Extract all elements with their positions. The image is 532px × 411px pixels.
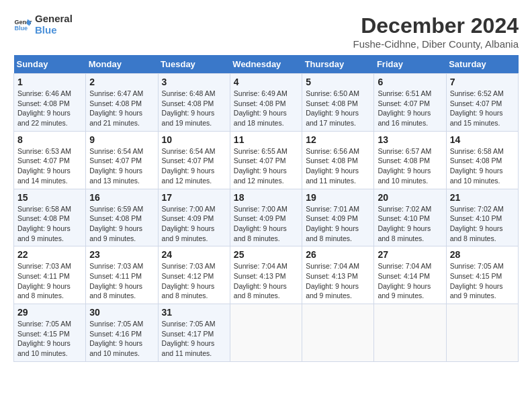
calendar-cell: 28 Sunrise: 7:05 AMSunset: 4:15 PMDaylig…	[446, 246, 518, 304]
day-info: Sunrise: 7:02 AMSunset: 4:10 PMDaylight:…	[450, 205, 504, 242]
day-info: Sunrise: 7:03 AMSunset: 4:11 PMDaylight:…	[89, 262, 143, 300]
day-info: Sunrise: 6:46 AMSunset: 4:08 PMDaylight:…	[17, 89, 71, 127]
day-info: Sunrise: 6:51 AMSunset: 4:07 PMDaylight:…	[378, 89, 431, 127]
calendar-cell: 11 Sunrise: 6:55 AMSunset: 4:07 PMDaylig…	[230, 131, 302, 189]
calendar-cell: 6 Sunrise: 6:51 AMSunset: 4:07 PMDayligh…	[374, 74, 446, 132]
day-info: Sunrise: 6:48 AMSunset: 4:08 PMDaylight:…	[162, 89, 216, 127]
day-number: 1	[17, 77, 82, 87]
day-info: Sunrise: 7:04 AMSunset: 4:13 PMDaylight:…	[234, 262, 287, 300]
calendar-cell: 19 Sunrise: 7:01 AMSunset: 4:09 PMDaylig…	[302, 189, 374, 246]
calendar-cell: 4 Sunrise: 6:49 AMSunset: 4:08 PMDayligh…	[230, 74, 302, 132]
header-thursday: Thursday	[302, 55, 374, 74]
day-info: Sunrise: 6:57 AMSunset: 4:08 PMDaylight:…	[378, 147, 431, 185]
day-info: Sunrise: 6:47 AMSunset: 4:08 PMDaylight:…	[89, 89, 143, 127]
day-number: 25	[234, 249, 298, 260]
day-number: 13	[378, 134, 442, 145]
calendar-cell: 20 Sunrise: 7:02 AMSunset: 4:10 PMDaylig…	[374, 189, 446, 246]
calendar-cell: 12 Sunrise: 6:56 AMSunset: 4:08 PMDaylig…	[302, 131, 374, 189]
day-number: 6	[378, 77, 442, 87]
logo-blue: Blue	[35, 25, 73, 36]
logo-general: General	[35, 13, 73, 25]
day-info: Sunrise: 6:52 AMSunset: 4:07 PMDaylight:…	[450, 89, 504, 127]
day-info: Sunrise: 6:56 AMSunset: 4:08 PMDaylight:…	[306, 147, 359, 185]
calendar-cell: 18 Sunrise: 7:00 AMSunset: 4:09 PMDaylig…	[230, 189, 302, 246]
calendar-cell	[446, 304, 518, 362]
day-info: Sunrise: 7:05 AMSunset: 4:15 PMDaylight:…	[450, 262, 504, 300]
week-row-1: 1 Sunrise: 6:46 AMSunset: 4:08 PMDayligh…	[14, 74, 519, 132]
day-number: 20	[378, 192, 442, 203]
header-wednesday: Wednesday	[230, 55, 302, 74]
day-number: 14	[450, 134, 515, 145]
day-info: Sunrise: 7:04 AMSunset: 4:14 PMDaylight:…	[378, 262, 431, 300]
day-info: Sunrise: 6:59 AMSunset: 4:08 PMDaylight:…	[89, 205, 143, 242]
calendar-header-row: SundayMondayTuesdayWednesdayThursdayFrid…	[14, 55, 519, 74]
calendar-cell: 2 Sunrise: 6:47 AMSunset: 4:08 PMDayligh…	[86, 74, 158, 132]
day-number: 12	[306, 134, 370, 145]
day-info: Sunrise: 7:01 AMSunset: 4:09 PMDaylight:…	[306, 205, 359, 242]
day-number: 22	[17, 249, 82, 260]
day-number: 10	[162, 134, 226, 145]
day-number: 29	[17, 307, 82, 318]
calendar-cell	[230, 304, 302, 362]
calendar-cell: 1 Sunrise: 6:46 AMSunset: 4:08 PMDayligh…	[14, 74, 86, 132]
calendar-cell: 26 Sunrise: 7:04 AMSunset: 4:13 PMDaylig…	[302, 246, 374, 304]
day-number: 8	[17, 134, 82, 145]
header-friday: Friday	[374, 55, 446, 74]
day-number: 28	[450, 249, 515, 260]
day-number: 21	[450, 192, 515, 203]
day-info: Sunrise: 6:50 AMSunset: 4:08 PMDaylight:…	[306, 89, 359, 127]
day-info: Sunrise: 6:53 AMSunset: 4:07 PMDaylight:…	[17, 147, 71, 185]
day-info: Sunrise: 6:54 AMSunset: 4:07 PMDaylight:…	[89, 147, 143, 185]
header-tuesday: Tuesday	[158, 55, 230, 74]
day-number: 31	[162, 307, 226, 318]
calendar-cell: 24 Sunrise: 7:03 AMSunset: 4:12 PMDaylig…	[158, 246, 230, 304]
day-number: 23	[89, 249, 154, 260]
calendar-cell: 9 Sunrise: 6:54 AMSunset: 4:07 PMDayligh…	[86, 131, 158, 189]
calendar-cell: 27 Sunrise: 7:04 AMSunset: 4:14 PMDaylig…	[374, 246, 446, 304]
logo-icon: General Blue	[13, 15, 32, 34]
day-info: Sunrise: 6:58 AMSunset: 4:08 PMDaylight:…	[450, 147, 504, 185]
svg-text:Blue: Blue	[14, 25, 28, 32]
day-info: Sunrise: 7:05 AMSunset: 4:17 PMDaylight:…	[162, 320, 216, 357]
calendar-cell: 14 Sunrise: 6:58 AMSunset: 4:08 PMDaylig…	[446, 131, 518, 189]
calendar-cell	[374, 304, 446, 362]
day-number: 4	[234, 77, 298, 87]
calendar-table: SundayMondayTuesdayWednesdayThursdayFrid…	[13, 55, 519, 362]
day-info: Sunrise: 6:55 AMSunset: 4:07 PMDaylight:…	[234, 147, 287, 185]
day-info: Sunrise: 7:03 AMSunset: 4:12 PMDaylight:…	[162, 262, 216, 300]
day-number: 16	[89, 192, 154, 203]
day-number: 24	[162, 249, 226, 260]
calendar-cell: 30 Sunrise: 7:05 AMSunset: 4:16 PMDaylig…	[86, 304, 158, 362]
page-header: General Blue General Blue December 2024 …	[13, 13, 519, 50]
calendar-cell: 13 Sunrise: 6:57 AMSunset: 4:08 PMDaylig…	[374, 131, 446, 189]
day-info: Sunrise: 7:04 AMSunset: 4:13 PMDaylight:…	[306, 262, 359, 300]
calendar-cell: 23 Sunrise: 7:03 AMSunset: 4:11 PMDaylig…	[86, 246, 158, 304]
day-info: Sunrise: 6:54 AMSunset: 4:07 PMDaylight:…	[162, 147, 216, 185]
calendar-cell: 17 Sunrise: 7:00 AMSunset: 4:09 PMDaylig…	[158, 189, 230, 246]
day-number: 17	[162, 192, 226, 203]
day-number: 5	[306, 77, 370, 87]
day-info: Sunrise: 6:58 AMSunset: 4:08 PMDaylight:…	[17, 205, 71, 242]
day-info: Sunrise: 7:02 AMSunset: 4:10 PMDaylight:…	[378, 205, 431, 242]
day-info: Sunrise: 7:03 AMSunset: 4:11 PMDaylight:…	[17, 262, 71, 300]
day-info: Sunrise: 7:00 AMSunset: 4:09 PMDaylight:…	[162, 205, 216, 242]
day-number: 30	[89, 307, 154, 318]
calendar-cell	[302, 304, 374, 362]
calendar-cell: 7 Sunrise: 6:52 AMSunset: 4:07 PMDayligh…	[446, 74, 518, 132]
location-subtitle: Fushe-Cidhne, Diber County, Albania	[353, 38, 519, 50]
day-number: 11	[234, 134, 298, 145]
calendar-cell: 5 Sunrise: 6:50 AMSunset: 4:08 PMDayligh…	[302, 74, 374, 132]
day-number: 26	[306, 249, 370, 260]
calendar-cell: 25 Sunrise: 7:04 AMSunset: 4:13 PMDaylig…	[230, 246, 302, 304]
calendar-cell: 3 Sunrise: 6:48 AMSunset: 4:08 PMDayligh…	[158, 74, 230, 132]
day-number: 27	[378, 249, 442, 260]
day-info: Sunrise: 7:05 AMSunset: 4:16 PMDaylight:…	[89, 320, 143, 357]
calendar-cell: 10 Sunrise: 6:54 AMSunset: 4:07 PMDaylig…	[158, 131, 230, 189]
title-block: December 2024 Fushe-Cidhne, Diber County…	[353, 13, 519, 50]
day-number: 9	[89, 134, 154, 145]
day-number: 19	[306, 192, 370, 203]
week-row-2: 8 Sunrise: 6:53 AMSunset: 4:07 PMDayligh…	[14, 131, 519, 189]
day-info: Sunrise: 7:00 AMSunset: 4:09 PMDaylight:…	[234, 205, 287, 242]
calendar-cell: 8 Sunrise: 6:53 AMSunset: 4:07 PMDayligh…	[14, 131, 86, 189]
day-number: 3	[162, 77, 226, 87]
